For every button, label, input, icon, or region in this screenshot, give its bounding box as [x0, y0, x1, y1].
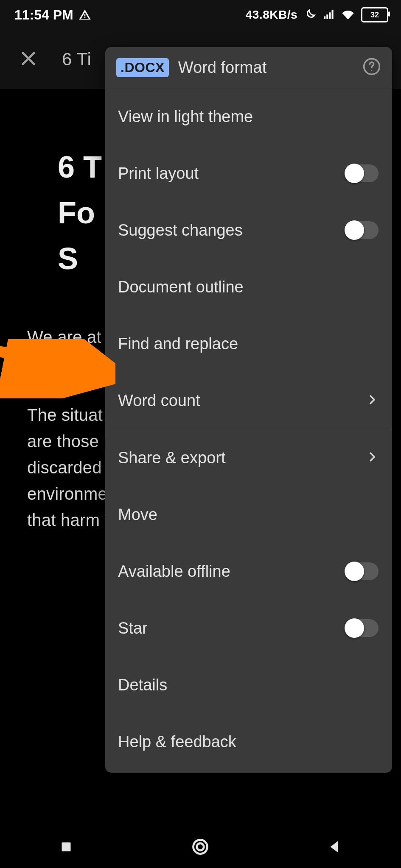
menu-item-print-layout[interactable]: Print layout	[105, 145, 392, 202]
menu-item-label: Move	[118, 506, 157, 524]
svg-rect-3	[62, 843, 71, 851]
print-layout-toggle[interactable]	[345, 164, 379, 182]
menu-item-view-light-theme[interactable]: View in light theme	[105, 88, 392, 145]
menu-item-move[interactable]: Move	[105, 486, 392, 543]
menu-item-suggest-changes[interactable]: Suggest changes	[105, 202, 392, 259]
menu-item-star[interactable]: Star	[105, 600, 392, 657]
star-toggle[interactable]	[345, 619, 379, 637]
nav-recents-icon[interactable]	[59, 839, 74, 856]
menu-item-word-count[interactable]: Word count	[105, 372, 392, 429]
svg-point-4	[193, 840, 208, 854]
status-time: 11:54 PM	[14, 7, 73, 23]
menu-item-label: View in light theme	[118, 108, 253, 126]
nav-back-icon[interactable]	[327, 839, 342, 856]
menu-header-title: Word format	[178, 58, 353, 77]
menu-item-label: Suggest changes	[118, 221, 243, 239]
menu-item-details[interactable]: Details	[105, 657, 392, 713]
menu-item-available-offline[interactable]: Available offline	[105, 543, 392, 600]
menu-item-label: Print layout	[118, 164, 199, 183]
svg-point-5	[197, 843, 204, 851]
chevron-right-icon	[366, 392, 379, 410]
menu-item-label: Help & feedback	[118, 733, 236, 751]
menu-item-document-outline[interactable]: Document outline	[105, 259, 392, 315]
cell-signal-icon	[322, 8, 335, 21]
menu-item-share-export[interactable]: Share & export	[105, 429, 392, 486]
available-offline-toggle[interactable]	[345, 562, 379, 580]
menu-item-label: Word count	[118, 392, 200, 410]
network-speed: 43.8KB/s	[246, 8, 297, 22]
menu-item-help-feedback[interactable]: Help & feedback	[105, 713, 392, 770]
document-title: 6 Ti	[62, 49, 91, 70]
menu-item-label: Document outline	[118, 278, 244, 296]
dnd-moon-icon	[303, 8, 316, 21]
svg-point-1	[371, 70, 372, 71]
battery-level: 32	[370, 11, 379, 19]
battery-indicator: 32	[361, 7, 388, 22]
status-bar: 11:54 PM 43.8KB/s 32	[0, 0, 401, 30]
warning-icon	[79, 8, 91, 21]
overflow-menu: .DOCX Word format View in light theme Pr…	[105, 47, 392, 773]
chevron-right-icon	[366, 449, 379, 467]
menu-item-label: Details	[118, 676, 167, 694]
docx-badge: .DOCX	[116, 58, 169, 77]
menu-item-label: Available offline	[118, 562, 230, 581]
wifi-icon	[341, 8, 355, 21]
menu-header: .DOCX Word format	[105, 47, 392, 88]
close-icon[interactable]	[19, 49, 38, 70]
suggest-changes-toggle[interactable]	[345, 221, 379, 239]
menu-item-label: Star	[118, 619, 148, 637]
nav-home-icon[interactable]	[191, 837, 210, 858]
nav-bar	[0, 827, 401, 868]
menu-item-find-replace[interactable]: Find and replace	[105, 315, 392, 372]
menu-item-label: Share & export	[118, 449, 225, 467]
menu-item-label: Find and replace	[118, 335, 238, 353]
help-icon[interactable]	[362, 57, 381, 78]
